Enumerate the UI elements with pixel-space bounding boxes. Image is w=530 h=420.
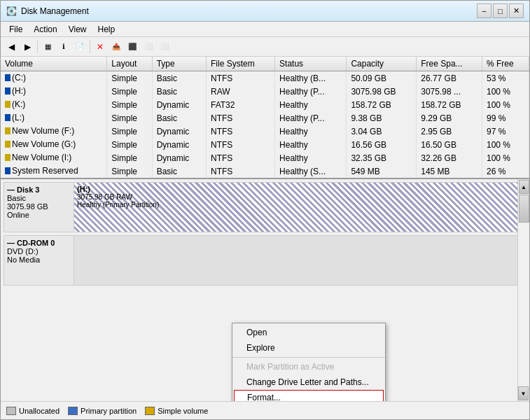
toolbar-btn-7[interactable]: 📤	[109, 39, 124, 55]
legend-primary-label: Primary partition	[81, 407, 137, 415]
legend-simple: Simple volume	[145, 407, 208, 415]
cell-type: Dynamic	[152, 125, 206, 138]
toolbar-sep-1	[37, 41, 38, 53]
col-capacity[interactable]: Capacity	[347, 57, 417, 71]
table-row[interactable]: New Volume (I:) Simple Dynamic NTFS Heal…	[1, 151, 529, 164]
cell-layout: Simple	[107, 125, 152, 138]
cell-type: Basic	[152, 111, 206, 125]
cell-layout: Simple	[107, 71, 152, 85]
cell-layout: Simple	[107, 164, 152, 178]
cell-pct: 99 %	[482, 111, 529, 125]
cell-fs: NTFS	[207, 138, 275, 151]
disk-3-status: Online	[7, 211, 71, 219]
cell-type: Basic	[152, 164, 206, 178]
cell-free: 9.29 GB	[417, 111, 482, 125]
cell-fs: NTFS	[207, 71, 275, 85]
scroll-down[interactable]: ▼	[518, 386, 529, 400]
toolbar-btn-delete[interactable]: ✕	[92, 39, 108, 55]
title-bar-left: 💽 Disk Management	[6, 6, 89, 16]
title-bar: 💽 Disk Management − □ ✕	[1, 1, 529, 22]
context-menu: Open Explore Mark Partition as Active Ch…	[232, 323, 386, 401]
col-status[interactable]: Status	[275, 57, 347, 71]
cell-capacity: 549 MB	[347, 164, 417, 178]
toolbar-btn-8[interactable]: ⬛	[125, 39, 140, 55]
legend-unallocated: Unallocated	[6, 407, 60, 415]
col-layout[interactable]: Layout	[107, 57, 152, 71]
table-row[interactable]: (L:) Simple Basic NTFS Healthy (P... 9.3…	[1, 111, 529, 125]
cell-status: Healthy (P...	[275, 111, 347, 125]
cell-volume: System Reserved	[1, 164, 107, 178]
toolbar-sep-2	[90, 41, 90, 53]
cell-capacity: 158.72 GB	[347, 98, 417, 111]
col-filesystem[interactable]: File System	[207, 57, 275, 71]
col-pct[interactable]: % Free	[482, 57, 529, 71]
disk-3-size: 3075.98 GB	[7, 202, 71, 211]
toolbar-btn-9: ⬜	[141, 39, 156, 55]
cell-capacity: 3075.98 GB	[347, 85, 417, 98]
cell-fs: NTFS	[207, 111, 275, 125]
cell-volume: (K:)	[1, 98, 107, 111]
disk-3-type: Basic	[7, 194, 71, 202]
toolbar-btn-4[interactable]: ℹ	[56, 39, 71, 55]
minimize-button[interactable]: −	[477, 4, 491, 18]
menu-help[interactable]: Help	[92, 23, 121, 36]
partition-h-label: (H:)	[77, 185, 522, 193]
disk-area: — Disk 3 Basic 3075.98 GB Online (H:) 30…	[1, 179, 529, 401]
cdrom-type: DVD (D:)	[7, 247, 71, 255]
toolbar-btn-5[interactable]: 📄	[72, 39, 88, 55]
cell-free: 32.26 GB	[417, 151, 482, 164]
cell-pct: 53 %	[482, 71, 529, 85]
close-button[interactable]: ✕	[509, 4, 524, 18]
window-title: Disk Management	[21, 6, 89, 16]
disk-3-partition-h[interactable]: (H:) 3075.98 GB RAW Healthy (Primary Par…	[74, 183, 526, 232]
col-type[interactable]: Type	[152, 57, 206, 71]
toolbar-btn-3[interactable]: ▦	[40, 39, 55, 55]
cdrom-status: No Media	[7, 255, 71, 264]
scroll-up[interactable]: ▲	[519, 180, 529, 194]
cell-free: 16.50 GB	[417, 138, 482, 151]
cell-status: Healthy	[275, 125, 347, 138]
cell-fs: NTFS	[207, 151, 275, 164]
scroll-thumb[interactable]	[519, 195, 529, 223]
app-icon: 💽	[6, 6, 17, 16]
cell-pct: 100 %	[482, 98, 529, 111]
cell-layout: Simple	[107, 85, 152, 98]
maximize-button[interactable]: □	[493, 4, 508, 18]
volumes-table-section: Volume Layout Type File System Status Ca…	[1, 57, 529, 179]
cell-capacity: 32.35 GB	[347, 151, 417, 164]
cell-volume: (H:)	[1, 85, 107, 98]
back-button[interactable]: ◀	[4, 39, 19, 55]
table-row[interactable]: (C:) Simple Basic NTFS Healthy (B... 50.…	[1, 71, 529, 85]
cell-fs: FAT32	[207, 98, 275, 111]
scrollbar[interactable]: ▲ ▼	[517, 179, 529, 401]
col-free[interactable]: Free Spa...	[417, 57, 482, 71]
menu-action[interactable]: Action	[28, 23, 62, 36]
cell-type: Dynamic	[152, 151, 206, 164]
main-window: 💽 Disk Management − □ ✕ File Action View…	[0, 0, 530, 420]
table-row[interactable]: New Volume (G:) Simple Dynamic NTFS Heal…	[1, 138, 529, 151]
partition-h-status: Healthy (Primary Partition)	[77, 201, 522, 209]
ctx-format[interactable]: Format...	[234, 390, 384, 401]
table-row[interactable]: New Volume (F:) Simple Dynamic NTFS Heal…	[1, 125, 529, 138]
table-row[interactable]: (K:) Simple Dynamic FAT32 Healthy 158.72…	[1, 98, 529, 111]
ctx-sep-1	[232, 357, 385, 358]
table-row[interactable]: System Reserved Simple Basic NTFS Health…	[1, 164, 529, 178]
cell-type: Dynamic	[152, 138, 206, 151]
cell-volume: New Volume (G:)	[1, 138, 107, 151]
cell-status: Healthy	[275, 138, 347, 151]
menu-file[interactable]: File	[4, 23, 28, 36]
cell-pct: 100 %	[482, 138, 529, 151]
ctx-open[interactable]: Open	[232, 325, 385, 340]
cell-status: Healthy (B...	[275, 71, 347, 85]
col-volume[interactable]: Volume	[1, 57, 107, 71]
cell-status: Healthy (S...	[275, 164, 347, 178]
forward-button[interactable]: ▶	[20, 39, 35, 55]
cell-pct: 100 %	[482, 151, 529, 164]
cell-layout: Simple	[107, 138, 152, 151]
cell-layout: Simple	[107, 98, 152, 111]
table-row[interactable]: (H:) Simple Basic RAW Healthy (P... 3075…	[1, 85, 529, 98]
menu-view[interactable]: View	[63, 23, 92, 36]
ctx-change-drive[interactable]: Change Drive Letter and Paths...	[232, 374, 385, 390]
legend-primary: Primary partition	[68, 407, 137, 415]
ctx-explore[interactable]: Explore	[232, 340, 385, 356]
